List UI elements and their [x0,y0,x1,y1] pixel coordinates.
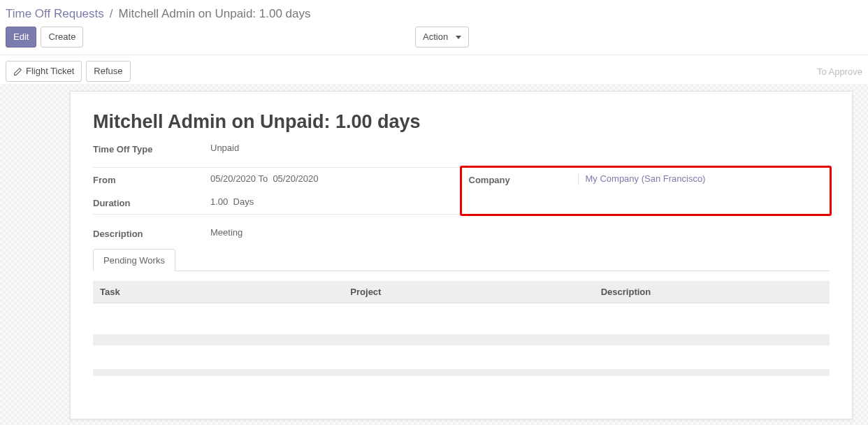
flight-ticket-button[interactable]: Flight Ticket [6,61,82,82]
time-off-type-value: Unpaid [210,143,239,154]
edit-button[interactable]: Edit [6,27,36,48]
column-right-highlighted: Company My Company (San Francisco) [460,166,832,216]
company-value-link[interactable]: My Company (San Francisco) [578,173,706,185]
two-column-group: From 05/20/2020 To 05/20/2020 Duration 1… [93,167,830,215]
col-description: Description [594,281,830,303]
field-description: Description Meeting [93,227,830,239]
refuse-button[interactable]: Refuse [86,61,130,82]
col-project: Project [343,281,593,303]
breadcrumb-root-link[interactable]: Time Off Requests [6,7,104,21]
table-footer-row [93,334,830,345]
action-dropdown-button[interactable]: Action [415,27,469,48]
description-value: Meeting [210,227,243,239]
column-left: From 05/20/2020 To 05/20/2020 Duration 1… [93,168,462,214]
tab-pending-works[interactable]: Pending Works [93,249,175,271]
description-label: Description [93,227,210,239]
toolbar: Edit Create Action [0,25,868,55]
field-duration: Duration 1.00 Days [93,191,461,214]
table-empty-row [93,303,830,334]
pending-works-table: Task Project Description [93,281,830,376]
create-button[interactable]: Create [41,27,83,48]
duration-label: Duration [93,196,210,208]
company-label: Company [469,173,578,185]
field-from: From 05/20/2020 To 05/20/2020 [93,168,461,191]
flight-ticket-label: Flight Ticket [26,65,74,78]
tabs: Pending Works [93,249,830,271]
field-company: Company My Company (San Francisco) [462,168,830,191]
action-label: Action [423,31,448,43]
chevron-down-icon [456,36,461,39]
breadcrumb-current: Mitchell Admin on Unpaid: 1.00 days [119,7,311,21]
table-totals-row [93,369,830,376]
breadcrumb-separator: / [110,7,113,21]
col-task: Task [93,281,343,303]
from-label: From [93,173,210,185]
field-time-off-type: Time Off Type Unpaid [93,143,830,154]
time-off-type-label: Time Off Type [93,143,210,154]
status-to-approve: To Approve [817,66,862,77]
table-empty-row [93,345,830,369]
pencil-icon [13,67,22,76]
table-header-row: Task Project Description [93,281,830,303]
duration-value: 1.00 Days [210,196,254,208]
form-sheet: Mitchell Admin on Unpaid: 1.00 days Time… [70,91,853,419]
breadcrumb: Time Off Requests / Mitchell Admin on Un… [0,0,868,25]
pending-works-table-wrap: Task Project Description [93,281,830,376]
page-title: Mitchell Admin on Unpaid: 1.00 days [93,111,830,133]
from-value: 05/20/2020 To 05/20/2020 [210,173,318,185]
